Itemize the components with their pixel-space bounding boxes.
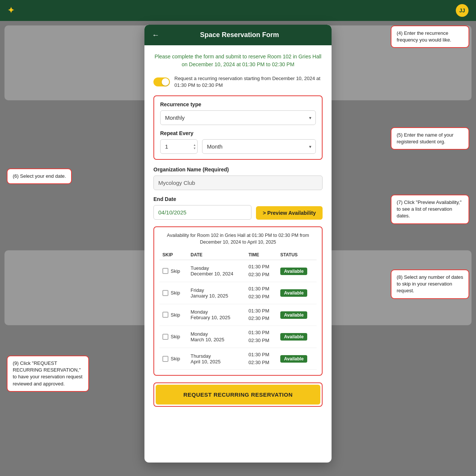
status-badge-2: Available (280, 311, 307, 319)
table-header-row: SKIP DATE TIME STATUS (159, 250, 317, 260)
col-status-header: STATUS (277, 250, 317, 260)
time-cell-4: 01:30 PM02:30 PM (245, 348, 277, 370)
end-date-label: End Date (153, 196, 251, 202)
status-badge-1: Available (280, 289, 307, 297)
skip-checkbox-2[interactable] (162, 312, 168, 318)
day-name-3: Monday (190, 331, 208, 337)
spin-down-icon[interactable]: ▼ (193, 147, 196, 150)
modal-body: Please complete the form and submit to r… (144, 45, 332, 420)
skip-label-2: Skip (171, 312, 180, 318)
repeat-number-input[interactable] (160, 139, 198, 154)
col-skip-header: SKIP (159, 250, 187, 260)
annotation-8: (8) Select any number of dates to skip i… (391, 269, 469, 299)
modal-header: ← Space Reservation Form (144, 25, 332, 45)
recurrence-type-label: Recurrence type (160, 101, 316, 107)
time-cell-2: 01:30 PM02:30 PM (245, 304, 277, 326)
day-name-2: Monday (190, 309, 208, 315)
date-val-4: April 10, 2025 (190, 359, 220, 364)
status-cell-0: Available (277, 260, 317, 282)
user-avatar[interactable]: JJ (456, 4, 469, 17)
recurrence-section: Recurrence type Monthly Daily Weekly Yea… (153, 95, 323, 160)
status-cell-1: Available (277, 282, 317, 304)
org-name-label: Organization Name (Required) (153, 167, 323, 173)
col-time-header: TIME (245, 250, 277, 260)
skip-checkbox-4[interactable] (162, 356, 168, 362)
date-cell-3: Monday March 10, 2025 (187, 326, 245, 348)
day-name-4: Thursday (190, 353, 211, 359)
toggle-label: Request a recurring reservation starting… (174, 75, 323, 89)
date-cell-4: Thursday April 10, 2025 (187, 348, 245, 370)
repeat-every-label: Repeat Every (160, 130, 316, 136)
table-row: Skip Friday January 10, 2025 01:30 PM02:… (159, 282, 317, 304)
date-val-2: February 10, 2025 (190, 315, 230, 320)
repeat-unit-select[interactable]: Month Day Week Year (202, 139, 316, 154)
modal-overlay: ← Space Reservation Form Please complete… (0, 21, 476, 476)
back-button[interactable]: ← (152, 31, 159, 39)
repeat-number-wrapper: ▲ ▼ (160, 139, 198, 154)
date-val-3: March 10, 2025 (190, 337, 224, 342)
col-date-header: DATE (187, 250, 245, 260)
skip-label-1: Skip (171, 290, 180, 296)
repeat-unit-wrapper: Month Day Week Year ▾ (202, 139, 316, 154)
form-intro-text: Please complete the form and submit to r… (153, 53, 323, 68)
skip-cell-0: Skip (159, 260, 187, 282)
status-cell-2: Available (277, 304, 317, 326)
org-name-section: Organization Name (Required) (153, 167, 323, 190)
modal-title: Space Reservation Form (164, 31, 315, 39)
date-cell-1: Friday January 10, 2025 (187, 282, 245, 304)
availability-header-text: Availability for Room 102 in Gries Hall … (159, 232, 317, 245)
status-cell-3: Available (277, 326, 317, 348)
recurrence-toggle-row: Request a recurring reservation starting… (153, 75, 323, 89)
recurrence-type-select[interactable]: Monthly Daily Weekly Yearly (160, 110, 316, 125)
end-date-input[interactable] (153, 205, 251, 220)
date-val-0: December 10, 2024 (190, 271, 233, 277)
date-val-1: January 10, 2025 (190, 293, 228, 299)
annotation-4: (4) Enter the recurrence frequency you w… (391, 25, 469, 48)
repeat-spinners: ▲ ▼ (193, 143, 196, 150)
table-row: Skip Tuesday December 10, 2024 01:30 PM0… (159, 260, 317, 282)
day-name-0: Tuesday (190, 265, 209, 271)
status-badge-0: Available (280, 268, 307, 275)
skip-label-4: Skip (171, 356, 180, 361)
day-name-1: Friday (190, 287, 204, 293)
table-row: Skip Monday February 10, 2025 01:30 PM02… (159, 304, 317, 326)
table-row: Skip Monday March 10, 2025 01:30 PM02:30… (159, 326, 317, 348)
spin-up-icon[interactable]: ▲ (193, 143, 196, 146)
time-cell-3: 01:30 PM02:30 PM (245, 326, 277, 348)
annotation-9: (9) Click "REQUEST RECURRING RESERVATION… (7, 356, 89, 392)
app-logo: ✦ (7, 6, 14, 15)
skip-cell-3: Skip (159, 326, 187, 348)
skip-cell-2: Skip (159, 304, 187, 326)
annotation-5: (5) Enter the name of your registered st… (391, 127, 469, 150)
reservation-modal: ← Space Reservation Form Please complete… (144, 25, 332, 463)
preview-availability-button[interactable]: > Preview Availability (256, 206, 323, 220)
table-row: Skip Thursday April 10, 2025 01:30 PM02:… (159, 348, 317, 370)
annotation-7: (7) Click "Preview Availability," to see… (391, 195, 469, 224)
time-cell-1: 01:30 PM02:30 PM (245, 282, 277, 304)
availability-section: Availability for Room 102 in Gries Hall … (153, 226, 323, 376)
availability-table: SKIP DATE TIME STATUS Skip Tuesday D (159, 250, 317, 370)
skip-checkbox-0[interactable] (162, 268, 168, 274)
annotation-6: (6) Select your end date. (7, 168, 72, 184)
end-date-row: End Date > Preview Availability (153, 196, 323, 220)
skip-cell-1: Skip (159, 282, 187, 304)
skip-cell-4: Skip (159, 348, 187, 370)
org-name-input[interactable] (153, 176, 323, 190)
date-cell-2: Monday February 10, 2025 (187, 304, 245, 326)
skip-label-3: Skip (171, 334, 180, 339)
skip-label-0: Skip (171, 268, 180, 274)
end-date-wrapper: End Date (153, 196, 251, 220)
submit-button[interactable]: REQUEST RECURRING RESERVATION (156, 385, 320, 405)
skip-checkbox-1[interactable] (162, 290, 168, 296)
recurrence-toggle[interactable] (153, 77, 170, 86)
date-cell-0: Tuesday December 10, 2024 (187, 260, 245, 282)
status-badge-4: Available (280, 355, 307, 363)
status-cell-4: Available (277, 348, 317, 370)
top-navigation: ✦ JJ (0, 0, 476, 21)
recurrence-type-wrapper: Monthly Daily Weekly Yearly ▾ (160, 110, 316, 125)
submit-section: REQUEST RECURRING RESERVATION (153, 382, 323, 407)
status-badge-3: Available (280, 333, 307, 341)
time-cell-0: 01:30 PM02:30 PM (245, 260, 277, 282)
skip-checkbox-3[interactable] (162, 334, 168, 340)
repeat-every-row: ▲ ▼ Month Day Week Year ▾ (160, 139, 316, 154)
